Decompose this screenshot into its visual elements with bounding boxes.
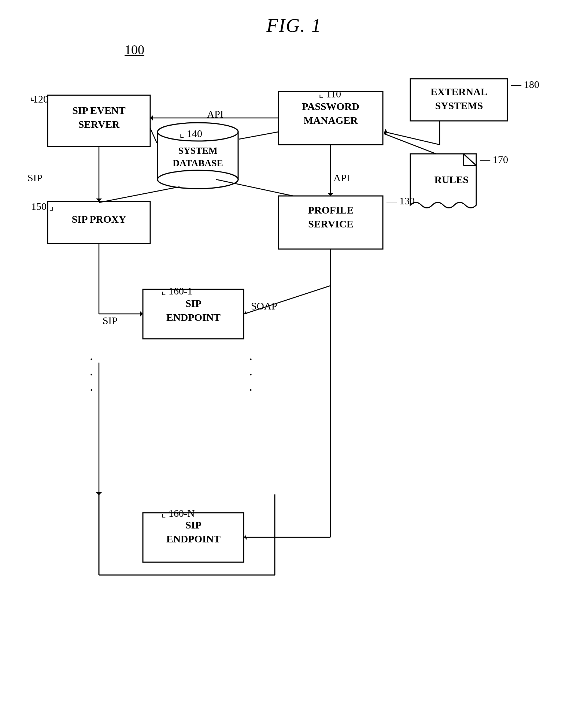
diagram-container: FIG. 1 100 SIP EVENTSERVER 120 ⌞ PASSWOR… (0, 0, 588, 727)
ref-130: — 130 (387, 195, 415, 207)
rules-label: RULES (423, 174, 480, 186)
profile-service-label: PROFILESERVICE (281, 203, 380, 231)
svg-marker-40 (244, 534, 247, 540)
ref-120-curve: ⌞ (30, 91, 35, 103)
ref-180: — 180 (511, 79, 539, 90)
svg-line-24 (239, 132, 278, 139)
ref-160-1: ⌞ 160-1 (161, 285, 192, 297)
ref-160-n: ⌞ 160-N (161, 507, 195, 519)
svg-marker-21 (328, 193, 333, 196)
svg-line-23 (99, 187, 180, 203)
password-manager-label: PASSWORDMANAGER (282, 100, 379, 127)
sip-label-left: SIP (27, 172, 42, 184)
svg-point-12 (158, 170, 238, 189)
ref-120: 120 (33, 93, 48, 105)
ref-150: 150 ⌟ (31, 200, 54, 212)
svg-marker-31 (244, 311, 247, 314)
sip-endpoint-n-label: SIPENDPOINT (146, 518, 241, 546)
api-label-top: API (207, 108, 223, 120)
sip-event-server-label: SIP EVENTSERVER (51, 104, 147, 131)
ref-100: 100 (125, 42, 144, 58)
svg-marker-36 (384, 131, 387, 134)
svg-line-22 (150, 128, 157, 143)
external-systems-label: EXTERNALSYSTEMS (413, 85, 505, 113)
ref-170: — 170 (480, 154, 508, 166)
svg-marker-28 (140, 311, 143, 317)
svg-line-25 (216, 179, 293, 196)
api-label-right: API (333, 172, 350, 184)
svg-marker-19 (96, 199, 102, 201)
sip-proxy-label: SIP PROXY (51, 214, 147, 225)
svg-marker-38 (96, 492, 102, 495)
soap-label: SOAP (251, 300, 277, 312)
ref-110: ⌞ 110 (319, 88, 341, 100)
svg-line-33 (385, 132, 440, 145)
svg-line-15 (463, 154, 476, 166)
svg-line-35 (384, 134, 436, 154)
svg-marker-17 (150, 115, 153, 121)
figure-title: FIG. 1 (266, 15, 322, 36)
dots-right: ··· (249, 352, 255, 398)
dots-left: ··· (90, 352, 96, 398)
sip-label-bottom-left: SIP (103, 315, 117, 327)
ref-140: ⌞ 140 (180, 127, 202, 140)
system-database-label: SYSTEMDATABASE (158, 145, 237, 170)
svg-marker-34 (385, 129, 388, 133)
sip-endpoint-1-label: SIPENDPOINT (146, 297, 241, 324)
